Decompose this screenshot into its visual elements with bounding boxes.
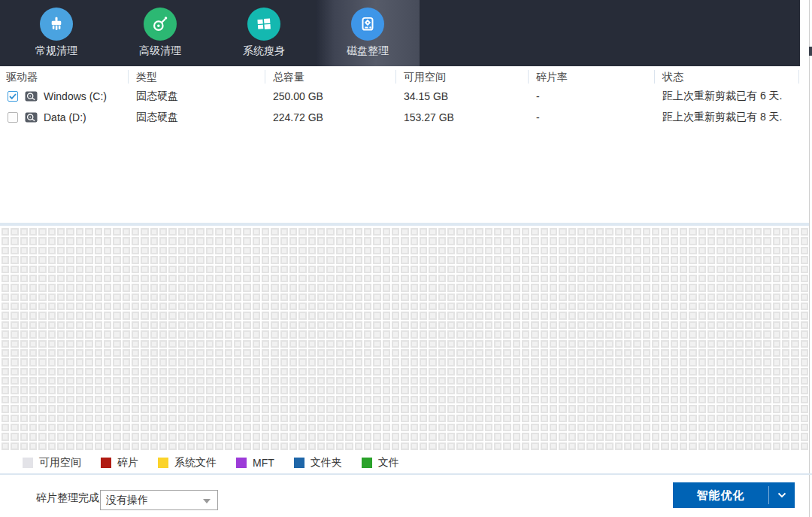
disk-block (317, 349, 325, 357)
disk-block (689, 358, 696, 366)
disk-block (141, 247, 148, 254)
disk-block (503, 266, 511, 273)
disk-block (661, 312, 668, 319)
disk-block (782, 405, 789, 412)
disk-block (326, 303, 334, 310)
disk-block (745, 358, 753, 366)
disk-block (586, 396, 594, 403)
tab-regular-clean[interactable]: 常规清理 (5, 0, 108, 66)
disk-block (513, 386, 520, 394)
disk-block (754, 256, 762, 263)
disk-block (633, 330, 641, 338)
disk-block (243, 377, 250, 385)
disk-block (671, 405, 678, 412)
disk-block (671, 424, 678, 431)
disk-block (485, 386, 492, 394)
disk-block (624, 368, 632, 376)
disk-block (559, 405, 566, 412)
disk-block (373, 266, 380, 273)
disk-block (624, 349, 632, 357)
disk-block (763, 247, 771, 254)
main-navbar: 常规清理高级清理系统瘦身磁盘整理 (0, 0, 800, 66)
disk-block (717, 405, 724, 412)
disk-block (373, 386, 380, 394)
disk-block (20, 349, 28, 357)
disk-block (2, 405, 9, 412)
disk-block (466, 312, 474, 319)
disk-block (661, 256, 668, 263)
disk-block (735, 433, 743, 440)
disk-block (763, 368, 771, 376)
disk-block (29, 321, 37, 329)
smart-optimize-label[interactable]: 智能优化 (673, 482, 768, 508)
disk-block (298, 442, 306, 450)
disk-block (2, 293, 9, 301)
disk-block (123, 415, 130, 422)
disk-block (355, 247, 362, 254)
disk-block (401, 275, 408, 282)
disk-block (643, 321, 650, 329)
disk-block (243, 442, 250, 450)
disk-block (438, 266, 446, 273)
disk-block (206, 237, 214, 245)
disk-block (791, 377, 798, 385)
disk-block (550, 442, 557, 450)
disk-block (401, 405, 408, 412)
checkbox-checked[interactable] (8, 91, 18, 102)
disk-block (57, 266, 65, 273)
disk-block (531, 256, 538, 263)
disk-block (85, 442, 92, 450)
disk-block (289, 330, 297, 338)
disk-block (206, 415, 214, 422)
disk-block (615, 321, 623, 329)
disk-block (234, 405, 241, 412)
disk-block (411, 442, 418, 450)
disk-block (215, 303, 223, 310)
disk-block (317, 377, 325, 385)
disk-block (271, 368, 278, 376)
disk-defrag-window: 常规清理高级清理系统瘦身磁盘整理 驱动器类型总容量可用空间碎片率状态 Windo… (0, 0, 812, 517)
disk-block (605, 433, 613, 440)
disk-block (132, 228, 139, 236)
disk-block (447, 386, 455, 394)
disk-block (411, 433, 418, 440)
disk-block (364, 293, 371, 301)
disk-block (57, 321, 65, 329)
table-row[interactable]: Windows (C:)固态硬盘250.00 GB34.15 GB-距上次重新剪… (0, 86, 800, 107)
disk-block (475, 228, 483, 236)
tab-advanced-clean[interactable]: 高级清理 (108, 0, 212, 66)
tab-system-slim[interactable]: 系统瘦身 (212, 0, 316, 66)
disk-block (586, 405, 594, 412)
disk-block (401, 442, 408, 450)
disk-block (466, 330, 474, 338)
disk-block (123, 303, 130, 310)
disk-block (57, 330, 65, 338)
disk-block (466, 266, 474, 273)
checkbox-unchecked[interactable] (8, 112, 18, 123)
disk-block (420, 321, 427, 329)
disk-block (280, 377, 288, 385)
disk-block (411, 275, 418, 282)
disk-block (698, 237, 706, 245)
disk-block (196, 284, 204, 291)
disk-block (29, 237, 37, 245)
disk-block (215, 321, 223, 329)
disk-block (522, 303, 529, 310)
disk-block (735, 303, 743, 310)
disk-block (373, 405, 380, 412)
disk-block (643, 284, 650, 291)
hdd-icon (25, 90, 38, 102)
scrollbar-thumb[interactable] (809, 47, 812, 56)
after-defrag-select[interactable]: 没有操作 (100, 490, 218, 510)
smart-optimize-dropdown[interactable] (769, 482, 795, 508)
disk-block (401, 424, 408, 431)
tab-disk-defrag[interactable]: 磁盘整理 (316, 0, 420, 66)
table-row[interactable]: Data (D:)固态硬盘224.72 GB153.27 GB-距上次重新剪裁已… (0, 107, 800, 128)
disk-block (243, 256, 250, 263)
disk-block (298, 312, 306, 319)
smart-optimize-button[interactable]: 智能优化 (673, 482, 795, 508)
disk-block (253, 321, 260, 329)
disk-block (66, 415, 74, 422)
disk-block (568, 396, 576, 403)
disk-block (643, 312, 650, 319)
